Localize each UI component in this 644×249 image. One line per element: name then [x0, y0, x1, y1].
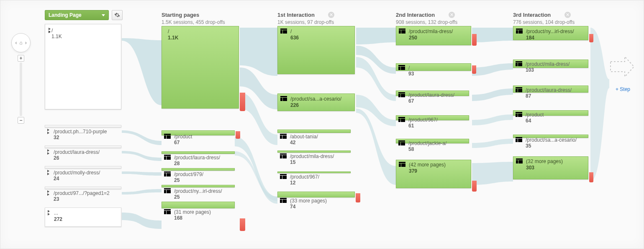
- flow-node[interactable]: /product/sa...a-cesario/226: [277, 93, 355, 111]
- svg-rect-59: [518, 63, 522, 66]
- flow-node-more[interactable]: [162, 202, 235, 208]
- svg-rect-63: [516, 112, 522, 113]
- home-icon: ⌂: [19, 40, 22, 46]
- zoom-in-button[interactable]: +: [18, 55, 24, 62]
- svg-rect-48: [398, 140, 405, 142]
- flow-node-more[interactable]: [277, 192, 355, 197]
- drop-off-bar: [472, 65, 476, 74]
- page-icon: [516, 112, 522, 118]
- svg-rect-39: [398, 65, 405, 66]
- drop-off-bar: [236, 131, 240, 139]
- column-header-1st: 1st Interaction ✕ 1K sessions, 97 drop-o…: [277, 11, 334, 25]
- home-nav-control[interactable]: ‹ ⌂ ›: [11, 33, 31, 52]
- page-icon: [280, 29, 287, 35]
- behavior-flow-canvas: Landing Page ‹ ⌂ › + − Starting pages 1.…: [0, 0, 644, 249]
- svg-rect-65: [518, 114, 522, 117]
- column-title: Starting pages: [162, 12, 199, 18]
- page-icon: [164, 209, 171, 215]
- source-node[interactable]: [45, 166, 121, 169]
- svg-rect-13: [164, 190, 166, 193]
- add-step-link[interactable]: + Step: [616, 86, 630, 92]
- source-node[interactable]: [45, 187, 121, 189]
- source-node-label: /product/laura-dress/26: [47, 149, 100, 161]
- svg-rect-8: [167, 156, 171, 160]
- entry-icon: [47, 190, 50, 196]
- dimension-select[interactable]: Landing Page: [45, 10, 109, 20]
- svg-rect-5: [167, 135, 171, 139]
- svg-rect-29: [282, 155, 287, 158]
- svg-rect-58: [516, 63, 518, 66]
- svg-rect-21: [280, 96, 287, 97]
- column-title: 2nd Interaction: [396, 12, 435, 18]
- flow-node-label: /product67: [164, 134, 192, 145]
- svg-rect-15: [164, 209, 171, 210]
- flow-node-more[interactable]: (42 more pages)379: [396, 160, 471, 188]
- flow-node-label: /product/laura-dress/28: [164, 155, 220, 166]
- gear-icon: [114, 12, 120, 18]
- flow-node[interactable]: [277, 130, 351, 133]
- page-icon: [398, 117, 405, 123]
- svg-rect-30: [280, 174, 287, 175]
- page-icon: [399, 162, 405, 168]
- svg-rect-68: [518, 139, 522, 142]
- remove-step-button[interactable]: ✕: [449, 12, 455, 18]
- page-icon: [280, 174, 287, 180]
- source-node[interactable]: / 1.1K: [45, 24, 121, 109]
- svg-rect-55: [516, 30, 518, 34]
- drop-off-bar: [589, 172, 593, 182]
- flow-node[interactable]: /product/ny...irl-dress/184: [513, 26, 588, 40]
- page-icon: [516, 158, 523, 165]
- source-node[interactable]: [45, 145, 121, 148]
- svg-rect-32: [282, 176, 287, 179]
- svg-rect-61: [516, 89, 518, 92]
- flow-node[interactable]: [277, 150, 351, 153]
- entry-icon: [47, 129, 50, 134]
- flow-node[interactable]: /1.1K: [162, 26, 239, 109]
- svg-rect-34: [280, 200, 282, 203]
- flow-node[interactable]: [162, 151, 235, 154]
- svg-rect-52: [399, 163, 401, 167]
- flow-node[interactable]: /636: [277, 26, 355, 74]
- drop-off-bar: [472, 181, 477, 192]
- svg-rect-36: [399, 29, 405, 30]
- svg-rect-51: [399, 162, 405, 163]
- svg-rect-37: [399, 30, 401, 34]
- source-node-more[interactable]: ...272: [45, 208, 121, 227]
- svg-rect-67: [516, 139, 518, 142]
- svg-rect-57: [516, 61, 522, 62]
- drop-off-bar: [240, 93, 245, 111]
- svg-rect-64: [516, 114, 518, 117]
- page-icon: [399, 29, 405, 35]
- column-title: 3rd Interaction: [513, 12, 551, 18]
- zoom-out-button[interactable]: −: [18, 117, 24, 124]
- svg-rect-9: [164, 171, 171, 173]
- zoom-slider[interactable]: [20, 62, 22, 116]
- svg-rect-31: [280, 176, 282, 179]
- source-node-label: /product/97.../?paged1=223: [47, 190, 110, 202]
- column-subtitle: 1K sessions, 97 drop-offs: [277, 19, 334, 25]
- svg-rect-54: [516, 29, 523, 30]
- svg-rect-46: [398, 119, 400, 122]
- svg-rect-3: [164, 134, 171, 135]
- remove-step-button[interactable]: ✕: [564, 12, 571, 18]
- flow-node-more[interactable]: (32 more pages)303: [513, 156, 588, 179]
- flow-node[interactable]: /product/mila-dress/250: [396, 26, 471, 45]
- drop-off-bar: [589, 34, 593, 42]
- flow-node[interactable]: [277, 171, 351, 173]
- svg-rect-53: [401, 163, 405, 167]
- page-icon: [280, 96, 287, 102]
- flow-node[interactable]: [162, 185, 235, 187]
- svg-rect-27: [280, 153, 287, 155]
- column-subtitle: 908 sessions, 132 drop-offs: [396, 19, 457, 25]
- source-node-label: /product.ph...710-purple32: [47, 129, 107, 140]
- remove-step-button[interactable]: ✕: [328, 12, 334, 18]
- svg-rect-62: [518, 89, 522, 92]
- flow-node-label: (31 more pages)168: [164, 209, 211, 221]
- source-node[interactable]: [45, 125, 121, 127]
- flow-node[interactable]: [162, 168, 235, 171]
- add-step-arrow[interactable]: [610, 54, 635, 79]
- settings-button[interactable]: [112, 10, 123, 20]
- svg-rect-12: [164, 188, 171, 189]
- svg-rect-70: [516, 160, 518, 163]
- svg-rect-50: [401, 142, 405, 145]
